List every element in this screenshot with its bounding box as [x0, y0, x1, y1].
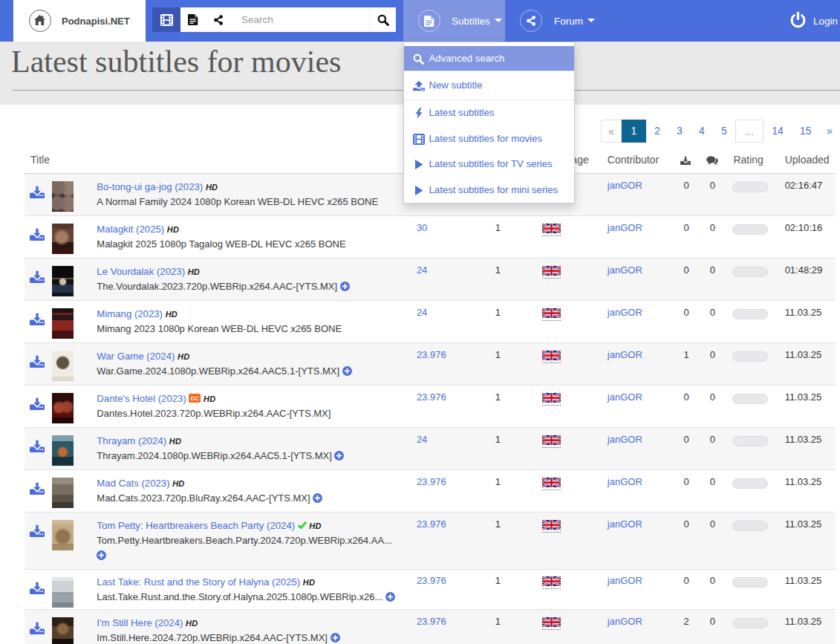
svg-text:CC: CC — [191, 395, 200, 402]
